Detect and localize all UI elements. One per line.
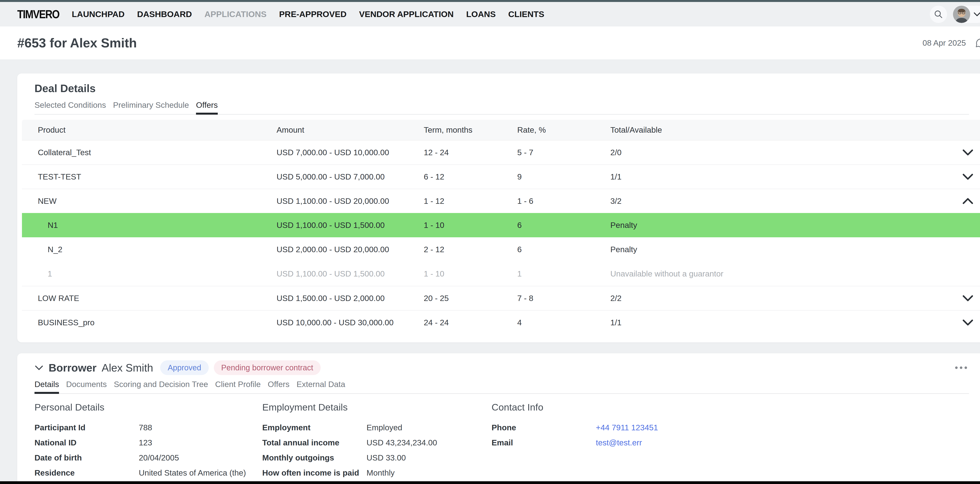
offer-row-low-rate[interactable]: LOW RATEUSD 1,500.00 - USD 2,000.0020 - … — [22, 286, 980, 310]
field-value-link[interactable]: +44 7911 123451 — [596, 423, 658, 432]
field-label: National ID — [35, 438, 139, 448]
borrower-name: Alex Smith — [102, 362, 153, 374]
offer-product: LOW RATE — [22, 294, 277, 303]
status-badge-approved: Approved — [160, 360, 208, 375]
tab-scoring-and-decision-tree[interactable]: Scoring and Decision Tree — [114, 380, 208, 393]
chevron-up-icon[interactable] — [962, 198, 974, 205]
borrower-tabs: DetailsDocumentsScoring and Decision Tre… — [35, 380, 969, 394]
offer-amount: USD 5,000.00 - USD 7,000.00 — [277, 172, 424, 181]
nav-item-vendor-application[interactable]: VENDOR APPLICATION — [359, 10, 454, 19]
offer-row-n-2[interactable]: N_2USD 2,000.00 - USD 20,000.002 - 126Pe… — [22, 237, 980, 262]
offer-product: NEW — [22, 197, 277, 206]
column-header-product: Product — [22, 125, 277, 135]
offer-term: 2 - 12 — [424, 245, 517, 254]
nav-item-loans[interactable]: LOANS — [466, 10, 496, 19]
offer-product: BUSINESS_pro — [22, 318, 277, 327]
offer-row-new[interactable]: NEWUSD 1,100.00 - USD 20,000.001 - 121 -… — [22, 189, 980, 213]
offer-product: Collateral_Test — [22, 148, 277, 157]
tab-external-data[interactable]: External Data — [296, 380, 345, 393]
offer-expand-cell[interactable] — [954, 319, 980, 326]
dot — [964, 367, 967, 369]
collapse-borrower-button[interactable] — [35, 365, 43, 371]
tab-client-profile[interactable]: Client Profile — [215, 380, 261, 393]
page-title: #653 for Alex Smith — [17, 35, 137, 50]
tab-selected-conditions[interactable]: Selected Conditions — [35, 100, 106, 114]
deal-details-heading: Deal Details — [35, 82, 969, 95]
deal-details-card: Deal Details Selected ConditionsPrelimin… — [17, 73, 980, 342]
offer-product: N_2 — [22, 245, 277, 254]
search-button[interactable] — [930, 6, 947, 23]
nav-item-clients[interactable]: CLIENTS — [508, 10, 544, 19]
application-date: 08 Apr 2025 — [923, 38, 966, 48]
field-monthly-outgoings: Monthly outgoingsUSD 33.00 — [262, 450, 492, 465]
offer-rate: 9 — [517, 172, 610, 181]
timvero-logo[interactable]: TIMVERO — [17, 8, 59, 21]
offer-row-business-pro[interactable]: BUSINESS_proUSD 10,000.00 - USD 30,000.0… — [22, 310, 980, 335]
more-actions-button[interactable] — [953, 365, 969, 371]
borrower-details: Personal DetailsParticipant Id788Nationa… — [35, 402, 969, 481]
offer-product: N1 — [22, 221, 277, 230]
chat-bubble-icon — [975, 37, 980, 49]
borrower-header: Borrower Alex Smith ApprovedPending borr… — [35, 360, 969, 375]
offer-row-n1[interactable]: N1USD 1,100.00 - USD 1,500.001 - 106Pena… — [22, 213, 980, 237]
dot — [955, 367, 958, 369]
offer-term: 1 - 12 — [424, 197, 517, 206]
offer-expand-cell[interactable] — [954, 173, 980, 180]
nav-item-launchpad[interactable]: LAUNCHPAD — [72, 10, 124, 19]
field-label: Phone — [492, 423, 596, 432]
field-value: USD 33.00 — [366, 453, 406, 462]
field-value: 123 — [139, 438, 152, 448]
tab-preliminary-schedule[interactable]: Preliminary Schedule — [113, 100, 189, 114]
comments-button[interactable] — [975, 37, 980, 49]
user-menu[interactable] — [953, 6, 980, 23]
offer-total: 1/1 — [610, 318, 954, 327]
chevron-down-icon — [973, 12, 980, 17]
field-value-link[interactable]: test@test.err — [596, 438, 642, 448]
chevron-down-icon[interactable] — [962, 173, 974, 180]
offer-rate: 6 — [517, 245, 610, 254]
field-date-of-birth: Date of birth20/04/2005 — [35, 450, 262, 465]
nav-item-dashboard[interactable]: DASHBOARD — [137, 10, 192, 19]
tab-details[interactable]: Details — [35, 380, 59, 393]
field-label: Total annual income — [262, 438, 366, 448]
offer-total: Unavailable without a guarantor — [610, 269, 954, 278]
offer-rate: 7 - 8 — [517, 294, 610, 303]
field-label: Employment — [262, 423, 366, 432]
offer-amount: USD 2,000.00 - USD 20,000.00 — [277, 245, 424, 254]
offer-expand-cell[interactable] — [954, 149, 980, 156]
section-title-personal-details: Personal Details — [35, 402, 262, 413]
offer-amount: USD 1,100.00 - USD 1,500.00 — [277, 221, 424, 230]
offer-row-collateral-test[interactable]: Collateral_TestUSD 7,000.00 - USD 10,000… — [22, 140, 980, 164]
window-top-strip — [0, 0, 980, 2]
offers-table-body: Collateral_TestUSD 7,000.00 - USD 10,000… — [22, 140, 980, 335]
chevron-down-icon — [35, 365, 43, 371]
window-bottom-strip — [0, 481, 980, 484]
field-label: Date of birth — [35, 453, 139, 462]
chevron-down-icon[interactable] — [962, 319, 974, 326]
field-value: 20/04/2005 — [139, 453, 179, 462]
section-employment-details: Employment DetailsEmploymentEmployedTota… — [262, 402, 492, 481]
nav-item-pre-approved[interactable]: PRE-APPROVED — [279, 10, 347, 19]
field-label: Residence — [35, 468, 139, 478]
field-value: USD 43,234,234.00 — [366, 438, 437, 448]
offer-expand-cell[interactable] — [954, 198, 980, 205]
offer-amount: USD 1,500.00 - USD 2,000.00 — [277, 294, 424, 303]
tab-offers[interactable]: Offers — [196, 100, 218, 114]
page-header: #653 for Alex Smith 08 Apr 2025 — [0, 27, 980, 59]
top-nav: TIMVERO LAUNCHPADDASHBOARDAPPLICATIONSPR… — [0, 2, 980, 27]
column-header-amount: Amount — [277, 125, 424, 135]
offer-expand-cell[interactable] — [954, 295, 980, 302]
chevron-down-icon[interactable] — [962, 149, 974, 156]
offer-amount: USD 7,000.00 - USD 10,000.00 — [277, 148, 424, 157]
column-header-total-available: Total/Available — [610, 125, 954, 135]
tab-offers[interactable]: Offers — [268, 380, 290, 393]
tab-documents[interactable]: Documents — [66, 380, 107, 393]
offer-total: 3/2 — [610, 197, 954, 206]
field-email: Emailtest@test.err — [492, 435, 969, 450]
field-phone: Phone+44 7911 123451 — [492, 420, 969, 435]
chevron-down-icon[interactable] — [962, 295, 974, 302]
offer-amount: USD 10,000.00 - USD 30,000.00 — [277, 318, 424, 327]
nav-item-applications[interactable]: APPLICATIONS — [204, 10, 267, 19]
offer-row-test-test[interactable]: TEST-TESTUSD 5,000.00 - USD 7,000.006 - … — [22, 164, 980, 189]
offer-product: 1 — [22, 269, 277, 278]
